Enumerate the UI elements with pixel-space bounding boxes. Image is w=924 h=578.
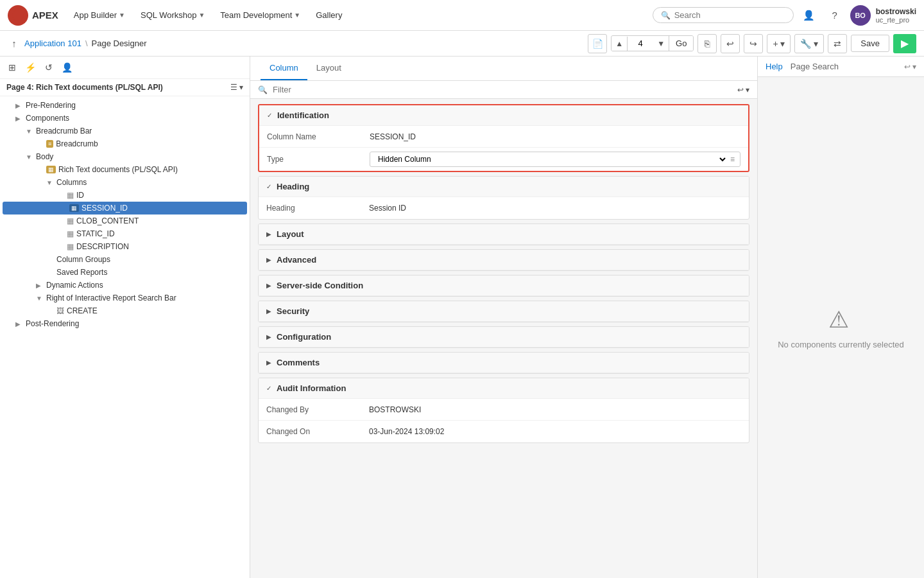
advanced-title: Advanced [277, 255, 316, 265]
tree-item-pre-rendering[interactable]: ▶ Pre-Rendering [0, 99, 250, 112]
section-layout-header[interactable]: ▶ Layout [259, 224, 749, 245]
page-number-input[interactable] [628, 36, 653, 51]
help-button[interactable]: ? [825, 5, 845, 26]
section-heading-header[interactable]: ✓ Heading [259, 177, 749, 197]
tree-item-columns[interactable]: ▼ Columns [0, 176, 250, 189]
copy-btn[interactable]: ⎘ [697, 34, 717, 53]
right-tab-help[interactable]: Help [766, 62, 783, 71]
column-name-value: SESSION_ID [370, 132, 740, 141]
section-security-header[interactable]: ▶ Security [259, 301, 749, 322]
tree-menu-icon[interactable]: ☰ ▾ [230, 83, 243, 92]
section-comments-header[interactable]: ▶ Comments [259, 353, 749, 373]
user-name: bostrowski [876, 7, 916, 16]
breadcrumb-item-label: Breadcrumb [56, 139, 98, 148]
tree-item-dynamic-actions[interactable]: ▶ Dynamic Actions [0, 279, 250, 292]
sql-workshop-menu[interactable]: SQL Workshop ▼ [135, 8, 210, 22]
prop-row-changed-by: Changed By BOSTROWSKI [259, 399, 749, 421]
apex-logo[interactable]: APEX [8, 5, 58, 26]
tools-btn[interactable]: 🔧 ▾ [794, 34, 824, 53]
user-info[interactable]: bostrowski uc_rte_pro [876, 7, 916, 24]
filter-action[interactable]: ↩ ▾ [737, 85, 749, 94]
tree-container: ▶ Pre-Rendering ▶ Components ▼ Breadcrum… [0, 96, 250, 578]
toolbar-person-icon[interactable]: 👤 [60, 60, 74, 74]
right-panel-action-icon[interactable]: ↩ ▾ [904, 62, 916, 71]
toolbar-refresh-icon[interactable]: ↺ [43, 60, 55, 74]
breadcrumb-icon: ≡ [46, 140, 53, 148]
prop-row-column-name: Column Name SESSION_ID [259, 126, 748, 148]
tree-item-id[interactable]: ▦ ID [0, 189, 250, 202]
page-nav-up[interactable]: ▲ [612, 37, 628, 51]
user-avatar[interactable]: BO [850, 5, 871, 26]
configuration-toggle-icon: ▶ [266, 333, 271, 340]
type-label: Type [267, 155, 370, 164]
filter-input[interactable] [273, 85, 732, 94]
tree-item-clob-content[interactable]: ▦ CLOB_CONTENT [0, 215, 250, 227]
toolbar-lightning-icon[interactable]: ⚡ [23, 60, 38, 74]
tree-item-right-search-bar[interactable]: ▼ Right of Interactive Report Search Bar [0, 292, 250, 304]
run-button[interactable]: ▶ [893, 34, 916, 53]
changed-on-label: Changed On [266, 427, 369, 436]
middle-tabs: Column Layout [250, 57, 757, 81]
add-btn[interactable]: + ▾ [767, 34, 791, 53]
tree-item-description[interactable]: ▦ DESCRIPTION [0, 240, 250, 253]
gallery-menu[interactable]: Gallery [311, 8, 347, 22]
tree-item-static-id[interactable]: ▦ STATIC_ID [0, 227, 250, 240]
audit-toggle-icon: ✓ [266, 385, 271, 392]
section-configuration-header[interactable]: ▶ Configuration [259, 327, 749, 347]
section-audit-header[interactable]: ✓ Audit Information [259, 378, 749, 399]
tree-item-create[interactable]: 🖼 CREATE [0, 304, 250, 317]
type-select-wrapper[interactable]: Hidden Column ≡ [370, 152, 740, 167]
search-input[interactable] [674, 10, 777, 20]
tree-item-saved-reports[interactable]: Saved Reports [0, 266, 250, 279]
tree-item-rich-text[interactable]: ▦ Rich Text documents (PL/SQL API) [0, 163, 250, 176]
configuration-title: Configuration [277, 332, 331, 342]
components-toggle: ▶ [15, 115, 26, 122]
section-advanced-header[interactable]: ▶ Advanced [259, 250, 749, 270]
changed-by-label: Changed By [266, 405, 369, 414]
tree-item-components[interactable]: ▶ Components [0, 112, 250, 125]
tree-item-post-rendering[interactable]: ▶ Post-Rendering [0, 317, 250, 330]
rich-text-label: Rich Text documents (PL/SQL API) [58, 165, 178, 174]
team-development-chevron: ▼ [294, 12, 300, 19]
column-name-label: Column Name [267, 132, 370, 141]
sql-workshop-chevron: ▼ [198, 12, 205, 19]
undo-btn[interactable]: ↩ [721, 34, 740, 53]
section-identification: ✓ Identification Column Name SESSION_ID … [258, 104, 749, 172]
changed-by-value: BOSTROWSKI [369, 405, 741, 414]
section-server-side-header[interactable]: ▶ Server-side Condition [259, 276, 749, 296]
page-nav-down[interactable]: ▼ [653, 37, 669, 51]
type-list-icon[interactable]: ≡ [730, 155, 735, 164]
toolbar-grid-icon[interactable]: ⊞ [6, 60, 18, 74]
breadcrumb-application[interactable]: Application 101 [24, 39, 81, 48]
back-icon[interactable]: ↑ [8, 37, 21, 50]
page-go-button[interactable]: Go [669, 36, 693, 51]
user-sub: uc_rte_pro [876, 16, 916, 24]
tab-column[interactable]: Column [261, 57, 307, 80]
post-rendering-label: Post-Rendering [26, 319, 79, 328]
tree-item-breadcrumb-bar[interactable]: ▼ Breadcrumb Bar [0, 125, 250, 137]
create-icon: 🖼 [56, 306, 64, 315]
search-icon: 🔍 [661, 11, 671, 20]
team-development-menu[interactable]: Team Development ▼ [215, 8, 305, 22]
right-tab-page-search[interactable]: Page Search [791, 62, 839, 71]
page-icon-btn[interactable]: 📄 [588, 34, 607, 53]
redo-btn[interactable]: ↪ [744, 34, 763, 53]
advanced-toggle-icon: ▶ [266, 256, 271, 263]
tree-item-column-groups[interactable]: Column Groups [0, 253, 250, 266]
notifications-button[interactable]: 👤 [799, 5, 819, 26]
section-identification-header[interactable]: ✓ Identification [259, 105, 748, 126]
apex-logo-text: APEX [32, 10, 58, 21]
tree-item-body[interactable]: ▼ Body [0, 150, 250, 163]
tree-item-breadcrumb[interactable]: ≡ Breadcrumb [0, 137, 250, 150]
share-btn[interactable]: ⇄ [828, 34, 847, 53]
search-box[interactable]: 🔍 [653, 7, 794, 23]
tree-item-session-id[interactable]: ▦ SESSION_ID [3, 202, 247, 215]
static-id-icon: ▦ [67, 229, 74, 238]
type-select[interactable]: Hidden Column [375, 154, 728, 164]
section-configuration: ▶ Configuration [258, 326, 749, 348]
section-security: ▶ Security [258, 301, 749, 322]
tab-layout[interactable]: Layout [307, 57, 350, 80]
section-layout: ▶ Layout [258, 223, 749, 245]
save-button[interactable]: Save [851, 35, 889, 52]
app-builder-menu[interactable]: App Builder ▼ [69, 8, 130, 22]
